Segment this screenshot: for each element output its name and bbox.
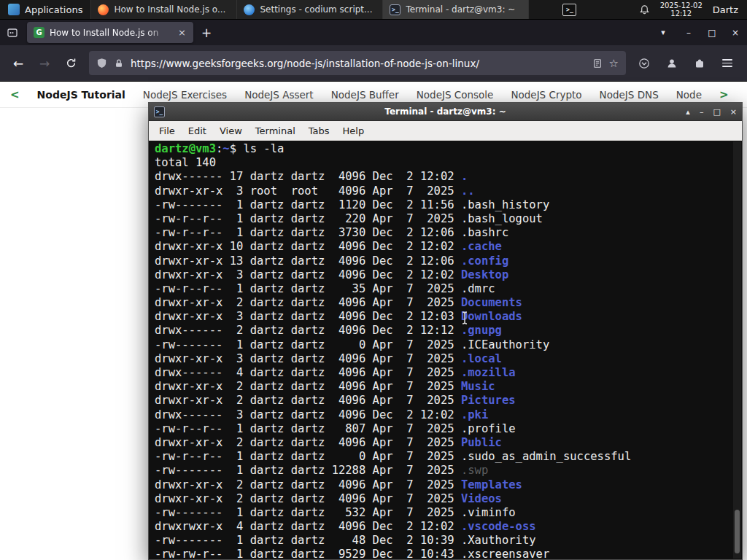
- terminal-menubar: FileEditViewTerminalTabsHelp: [149, 121, 742, 141]
- window-controls: ▾ – □ ×: [649, 20, 747, 45]
- site-nav-item[interactable]: NodeJS Console: [417, 89, 494, 101]
- notifications-bell-icon[interactable]: [639, 4, 650, 15]
- terminal-titlebar[interactable]: >_ Terminal - dartz@vm3: ~ ▴ – □ ×: [149, 103, 742, 121]
- site-nav-item[interactable]: NodeJS Assert: [244, 89, 314, 101]
- tray-terminal-icon[interactable]: >_: [562, 4, 576, 16]
- directory-name: Desktop: [461, 268, 508, 281]
- terminal-close-button[interactable]: ×: [730, 107, 737, 117]
- reader-view-icon[interactable]: [592, 58, 603, 69]
- codium-icon: [244, 4, 255, 15]
- file-name: .bash_logout: [461, 212, 543, 225]
- terminal-menu-tabs[interactable]: Tabs: [302, 125, 336, 136]
- nav-scroll-left-icon[interactable]: <: [10, 88, 20, 101]
- taskbar-window-button[interactable]: How to Install Node.js o...: [91, 0, 237, 19]
- terminal-line: drwxr-xr-x 2 dartz dartz 4096 Apr 7 2025…: [155, 492, 730, 506]
- extensions-icon[interactable]: [687, 51, 712, 76]
- browser-close-button[interactable]: ×: [724, 20, 747, 45]
- terminal-line: drwxr-xr-x 2 dartz dartz 4096 Apr 7 2025…: [155, 296, 730, 310]
- new-tab-button[interactable]: +: [196, 22, 217, 43]
- directory-name: .cache: [461, 240, 502, 253]
- site-nav-item[interactable]: NodeJS Buffer: [331, 89, 399, 101]
- directory-name: Templates: [461, 478, 522, 491]
- taskbar-window-label: Terminal - dartz@vm3: ~: [406, 4, 515, 15]
- site-nav-active-item[interactable]: NodeJS Tutorial: [37, 89, 125, 101]
- directory-name: .local: [461, 352, 502, 365]
- url-text[interactable]: https://www.geeksforgeeks.org/node-js/in…: [131, 58, 586, 69]
- terminal-menu-file[interactable]: File: [152, 125, 182, 136]
- terminal-menu-terminal[interactable]: Terminal: [249, 125, 302, 136]
- reload-button[interactable]: [58, 51, 83, 76]
- terminal-output[interactable]: dartz@vm3:~$ ls -la total 140 drwx------…: [149, 141, 742, 559]
- browser-maximize-button[interactable]: □: [700, 20, 724, 45]
- terminal-line: drwx------ 17 dartz dartz 4096 Dec 2 12:…: [155, 170, 730, 184]
- site-nav-item[interactable]: NodeJS DNS: [600, 89, 659, 101]
- shield-icon[interactable]: [96, 58, 107, 69]
- browser-minimize-button[interactable]: –: [677, 20, 700, 45]
- taskbar-window-label: How to Install Node.js o...: [114, 4, 225, 15]
- terminal-line: drwx------ 2 dartz dartz 4096 Dec 2 12:1…: [155, 324, 730, 338]
- terminal-icon: >_: [154, 106, 165, 117]
- account-icon[interactable]: [659, 51, 684, 76]
- forward-button[interactable]: →: [32, 51, 57, 76]
- menu-hamburger-icon[interactable]: [715, 51, 740, 76]
- clock[interactable]: 2025-12-02 12:12: [660, 1, 703, 18]
- terminal-shade-button[interactable]: ▴: [686, 107, 690, 117]
- terminal-menu-help[interactable]: Help: [336, 125, 371, 136]
- terminal-scrollbar-thumb[interactable]: [735, 510, 740, 553]
- directory-name: Documents: [461, 296, 522, 309]
- url-bar[interactable]: https://www.geeksforgeeks.org/node-js/in…: [89, 51, 626, 75]
- clock-time: 12:12: [660, 9, 703, 18]
- site-nav-items: NodeJS ExercisesNodeJS AssertNodeJS Buff…: [143, 89, 702, 101]
- directory-name: .: [461, 170, 468, 183]
- nav-scroll-right-icon[interactable]: >: [719, 88, 729, 101]
- tab-close-icon[interactable]: ×: [177, 27, 187, 38]
- applications-label: Applications: [25, 4, 82, 15]
- terminal-prompt-line: dartz@vm3:~$ ls -la: [155, 142, 730, 156]
- directory-name: .gnupg: [461, 324, 502, 337]
- terminal-total-line: total 140: [155, 156, 730, 170]
- terminal-line: -rw-r--r-- 1 dartz dartz 0 Apr 7 2025 .s…: [155, 450, 730, 464]
- firefox-icon: [98, 4, 109, 15]
- terminal-line: drwxr-xr-x 2 dartz dartz 4096 Apr 7 2025…: [155, 436, 730, 450]
- terminal-line: drwxr-xr-x 2 dartz dartz 4096 Apr 7 2025…: [155, 394, 730, 408]
- browser-toolbar: ← → https://www.geeksforgeeks.org/node-j…: [0, 45, 747, 82]
- browser-tab-bar: G How to Install Node.js on × + ▾ – □ ×: [0, 20, 747, 45]
- list-all-tabs-icon[interactable]: ▾: [649, 20, 677, 45]
- site-nav-item[interactable]: NodeJS Exercises: [143, 89, 227, 101]
- terminal-line: -rw------- 1 dartz dartz 532 Apr 7 2025 …: [155, 506, 730, 520]
- taskbar-window-button[interactable]: >_Terminal - dartz@vm3: ~: [383, 0, 529, 19]
- file-name: .sudo_as_admin_successful: [461, 450, 631, 463]
- browser-tab[interactable]: G How to Install Node.js on ×: [27, 22, 193, 43]
- taskbar-window-label: Settings - codium script...: [260, 4, 372, 15]
- terminal-line: drwxrwxr-x 4 dartz dartz 4096 Dec 2 12:0…: [155, 520, 730, 534]
- lock-icon[interactable]: [114, 58, 124, 69]
- back-button[interactable]: ←: [6, 51, 31, 76]
- terminal-minimize-button[interactable]: –: [700, 107, 704, 117]
- bookmark-star-icon[interactable]: ☆: [609, 57, 619, 70]
- terminal-line: -rw-r--r-- 1 dartz dartz 3730 Dec 2 12:0…: [155, 226, 730, 240]
- terminal-line: -rw------- 1 dartz dartz 1120 Dec 2 11:5…: [155, 198, 730, 212]
- firefox-view-icon[interactable]: [0, 20, 25, 45]
- file-name: .Xauthority: [461, 534, 536, 547]
- terminal-line: drwxr-xr-x 3 root root 4096 Apr 7 2025 .…: [155, 184, 730, 198]
- applications-menu[interactable]: Applications: [0, 0, 91, 19]
- site-nav-item[interactable]: Node: [676, 89, 702, 101]
- site-nav-item[interactable]: NodeJS Crypto: [511, 89, 581, 101]
- terminal-menu-edit[interactable]: Edit: [182, 125, 213, 136]
- terminal-listing: drwx------ 17 dartz dartz 4096 Dec 2 12:…: [155, 170, 730, 559]
- taskbar: Applications How to Install Node.js o...…: [0, 0, 747, 20]
- terminal-scrollbar[interactable]: [733, 141, 741, 559]
- user-menu[interactable]: Dartz: [713, 4, 740, 15]
- file-name: .viminfo: [461, 506, 516, 519]
- toolbar-right-icons: [632, 51, 741, 76]
- directory-name: .config: [461, 254, 508, 268]
- terminal-line: -rw-r--r-- 1 dartz dartz 807 Apr 7 2025 …: [155, 422, 730, 436]
- terminal-menu-view[interactable]: View: [213, 125, 249, 136]
- directory-name: ..: [461, 184, 475, 198]
- pocket-icon[interactable]: [632, 51, 657, 76]
- terminal-line: drwxr-xr-x 3 dartz dartz 4096 Apr 7 2025…: [155, 352, 730, 366]
- taskbar-window-list: How to Install Node.js o...Settings - co…: [91, 0, 529, 19]
- taskbar-window-button[interactable]: Settings - codium script...: [237, 0, 383, 19]
- system-tray: >_: [562, 0, 576, 19]
- terminal-maximize-button[interactable]: □: [713, 107, 720, 117]
